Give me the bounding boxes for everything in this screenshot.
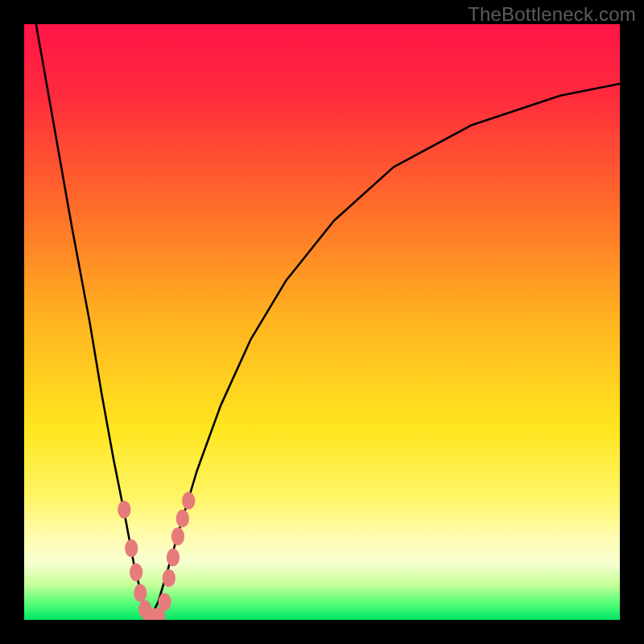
- plot-area: [24, 24, 620, 620]
- marker-dot: [125, 539, 138, 557]
- bottleneck-curve: [36, 24, 620, 620]
- marker-dot: [171, 527, 184, 545]
- marker-dot: [134, 584, 147, 602]
- marker-dot: [118, 501, 130, 518]
- curve-layer: [24, 24, 620, 620]
- marker-dot: [176, 510, 189, 527]
- watermark-text: TheBottleneck.com: [468, 3, 636, 26]
- highlighted-points: [118, 492, 195, 620]
- outer-black-frame: TheBottleneck.com: [0, 0, 644, 644]
- marker-dot: [130, 564, 142, 581]
- marker-dot: [163, 569, 175, 587]
- marker-dot: [167, 548, 180, 566]
- marker-dot: [159, 593, 171, 611]
- marker-dot: [182, 492, 195, 510]
